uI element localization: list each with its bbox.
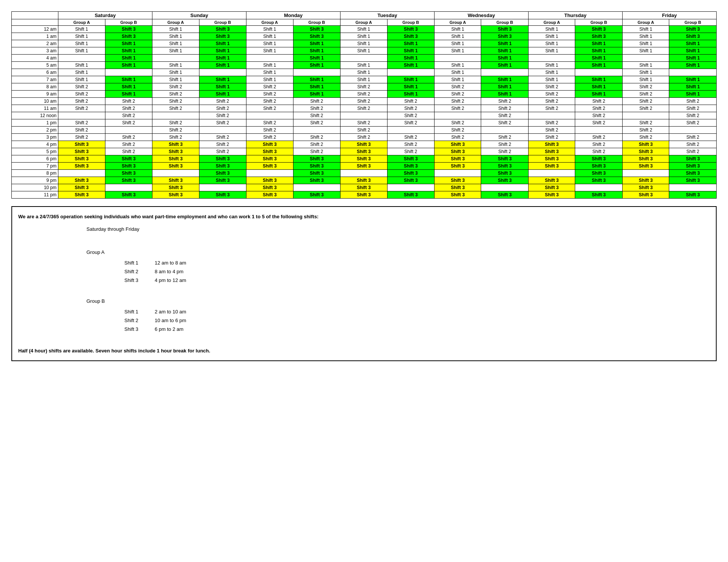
fri-ga-noon bbox=[622, 112, 669, 119]
sun-ga-9pm: Shift 3 bbox=[152, 177, 199, 184]
sun-ga-2am: Shift 1 bbox=[152, 40, 199, 47]
thu-gb-9am: Shift 1 bbox=[575, 91, 622, 98]
row-1pm: 1 pm Shift 2 Shift 2 Shift 2 Shift 2 Shi… bbox=[12, 119, 717, 127]
row-10pm: 10 pm Shift 3 Shift 3 Shift 3 Shift 3 Sh… bbox=[12, 184, 717, 191]
row-3am: 3 am Shift 1 Shift 1 Shift 1 Shift 1 Shi… bbox=[12, 47, 717, 55]
time-1pm: 1 pm bbox=[12, 119, 58, 127]
row-5am: 5 am Shift 1 Shift 1 Shift 1 Shift 1 Shi… bbox=[12, 62, 717, 69]
wed-ga-noon bbox=[434, 112, 481, 119]
thu-ga-9am: Shift 2 bbox=[528, 91, 575, 98]
wed-gb-9am: Shift 1 bbox=[481, 91, 528, 98]
tue-gb-2pm bbox=[387, 127, 434, 134]
ga-shift2-num: Shift 2 bbox=[124, 267, 143, 276]
sun-ga-6pm: Shift 3 bbox=[152, 155, 199, 163]
thu-ga-6am: Shift 1 bbox=[528, 69, 575, 76]
page-container: Saturday Sunday Monday Tuesday Wednesday… bbox=[11, 11, 717, 361]
sun-gb-3pm: Shift 2 bbox=[199, 134, 246, 141]
time-7pm: 7 pm bbox=[12, 163, 58, 170]
wed-ga-7pm: Shift 3 bbox=[434, 163, 481, 170]
sun-gb-9pm: Shift 3 bbox=[199, 177, 246, 184]
sun-gb-6pm: Shift 3 bbox=[199, 155, 246, 163]
wed-ga-10am: Shift 2 bbox=[434, 98, 481, 105]
tue-ga-12am: Shift 1 bbox=[340, 26, 387, 33]
sat-ga-10pm: Shift 3 bbox=[58, 184, 105, 191]
mon-gb-4pm: Shift 2 bbox=[293, 141, 340, 148]
wed-ga-1pm: Shift 2 bbox=[434, 119, 481, 127]
wed-ga-2pm: Shift 2 bbox=[434, 127, 481, 134]
mon-gb-6pm: Shift 3 bbox=[293, 155, 340, 163]
row-12am: 12 am Shift 1 Shift 3 Shift 1 Shift 3 Sh… bbox=[12, 26, 717, 33]
sun-gb-4am: Shift 1 bbox=[199, 55, 246, 62]
wed-gb-12am: Shift 3 bbox=[481, 26, 528, 33]
sun-ga: Group A bbox=[152, 19, 199, 26]
wed-ga-4am bbox=[434, 55, 481, 62]
sat-gb-7pm: Shift 3 bbox=[105, 163, 152, 170]
fri-gb-12am: Shift 3 bbox=[669, 26, 717, 33]
tue-ga-10am: Shift 2 bbox=[340, 98, 387, 105]
wednesday-header: Wednesday bbox=[434, 12, 528, 19]
mon-ga-10am: Shift 2 bbox=[246, 98, 293, 105]
thu-ga-5pm: Shift 3 bbox=[528, 148, 575, 155]
sat-ga-8am: Shift 2 bbox=[58, 83, 105, 91]
wed-gb: Group B bbox=[481, 19, 528, 26]
sun-ga-6am: Shift 1 bbox=[152, 69, 199, 76]
thu-gb-7am: Shift 1 bbox=[575, 76, 622, 83]
sat-gb-7am: Shift 1 bbox=[105, 76, 152, 83]
row-4pm: 4 pm Shift 3 Shift 2 Shift 3 Shift 2 Shi… bbox=[12, 141, 717, 148]
wed-gb-4am: Shift 1 bbox=[481, 55, 528, 62]
sat-ga-8pm bbox=[58, 170, 105, 177]
tue-ga-1pm: Shift 2 bbox=[340, 119, 387, 127]
wed-ga-9pm: Shift 3 bbox=[434, 177, 481, 184]
tue-ga-1am: Shift 1 bbox=[340, 33, 387, 40]
mon-ga-8am: Shift 2 bbox=[246, 83, 293, 91]
fri-ga-11am: Shift 2 bbox=[622, 105, 669, 112]
gb-shift1-time: 2 am to 10 am bbox=[155, 307, 186, 316]
sat-ga-12am: Shift 1 bbox=[58, 26, 105, 33]
row-2pm: 2 pm Shift 2 Shift 2 Shift 2 Shift 2 Shi… bbox=[12, 127, 717, 134]
sat-ga-11pm: Shift 3 bbox=[58, 191, 105, 199]
tue-ga-3am: Shift 1 bbox=[340, 47, 387, 55]
thu-ga-10pm: Shift 3 bbox=[528, 184, 575, 191]
thu-gb-4am: Shift 1 bbox=[575, 55, 622, 62]
wed-ga-9am: Shift 2 bbox=[434, 91, 481, 98]
sat-gb-8am: Shift 1 bbox=[105, 83, 152, 91]
tue-ga-9am: Shift 2 bbox=[340, 91, 387, 98]
wed-gb-8am: Shift 1 bbox=[481, 83, 528, 91]
thu-ga-11am: Shift 2 bbox=[528, 105, 575, 112]
sun-ga-12am: Shift 1 bbox=[152, 26, 199, 33]
ga-shift3-num: Shift 3 bbox=[124, 276, 143, 285]
wed-ga-3pm: Shift 2 bbox=[434, 134, 481, 141]
time-9pm: 9 pm bbox=[12, 177, 58, 184]
sun-gb-6am bbox=[199, 69, 246, 76]
mon-ga-noon bbox=[246, 112, 293, 119]
wed-gb-4pm: Shift 2 bbox=[481, 141, 528, 148]
wed-ga-3am: Shift 1 bbox=[434, 47, 481, 55]
sat-gb-6am bbox=[105, 69, 152, 76]
wed-ga-4pm: Shift 3 bbox=[434, 141, 481, 148]
time-3pm: 3 pm bbox=[12, 134, 58, 141]
thu-gb-2pm bbox=[575, 127, 622, 134]
tue-gb-1am: Shift 3 bbox=[387, 33, 434, 40]
sun-gb-3am: Shift 1 bbox=[199, 47, 246, 55]
wed-gb-7am: Shift 1 bbox=[481, 76, 528, 83]
sun-gb-1pm: Shift 2 bbox=[199, 119, 246, 127]
sunday-header: Sunday bbox=[152, 12, 246, 19]
sat-ga-9pm: Shift 3 bbox=[58, 177, 105, 184]
wed-ga-11pm: Shift 3 bbox=[434, 191, 481, 199]
thu-ga-1pm: Shift 2 bbox=[528, 119, 575, 127]
sat-gb-10pm bbox=[105, 184, 152, 191]
wed-gb-11pm: Shift 3 bbox=[481, 191, 528, 199]
time-5pm: 5 pm bbox=[12, 148, 58, 155]
schedule-table: Saturday Sunday Monday Tuesday Wednesday… bbox=[11, 11, 717, 199]
time-12noon: 12 noon bbox=[12, 112, 58, 119]
time-4am: 4 am bbox=[12, 55, 58, 62]
sat-gb-1pm: Shift 2 bbox=[105, 119, 152, 127]
sun-gb-5pm: Shift 2 bbox=[199, 148, 246, 155]
mon-gb-10am: Shift 2 bbox=[293, 98, 340, 105]
wed-gb-3am: Shift 1 bbox=[481, 47, 528, 55]
sat-ga-2pm: Shift 2 bbox=[58, 127, 105, 134]
wed-gb-11am: Shift 2 bbox=[481, 105, 528, 112]
gb-shift3-num: Shift 3 bbox=[124, 325, 143, 333]
wed-gb-10am: Shift 2 bbox=[481, 98, 528, 105]
mon-gb-1pm: Shift 2 bbox=[293, 119, 340, 127]
